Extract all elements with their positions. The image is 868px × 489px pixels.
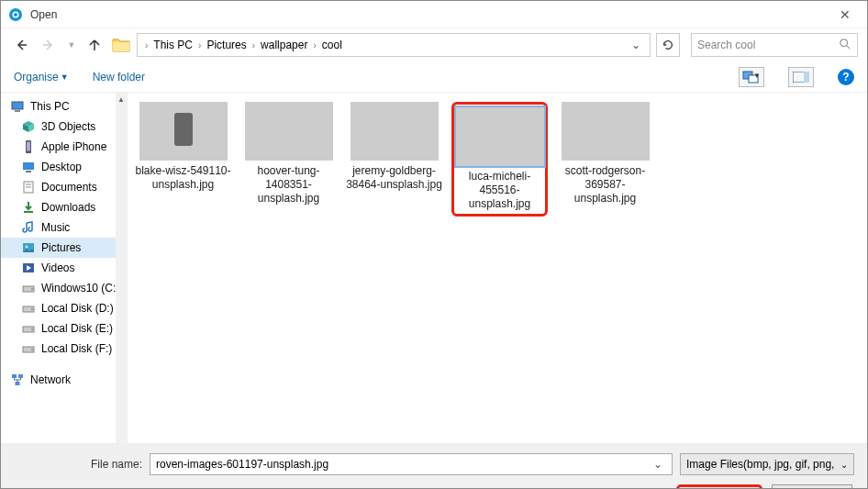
downloads-icon (21, 200, 36, 215)
filename-label: File name: (14, 458, 142, 471)
file-grid: blake-wisz-549110-unsplash.jpghoover-tun… (128, 93, 867, 443)
svg-point-2 (14, 13, 17, 17)
svg-rect-33 (12, 374, 17, 378)
chevron-down-icon[interactable]: ⌄ (628, 39, 644, 51)
svg-rect-34 (18, 374, 23, 378)
svg-rect-17 (26, 171, 31, 172)
svg-rect-16 (23, 162, 34, 170)
sidebar-item-label: 3D Objects (41, 120, 95, 133)
svg-point-6 (840, 39, 848, 46)
scroll-up-icon[interactable]: ▲ (116, 93, 127, 106)
drive-icon (21, 321, 36, 336)
crumb-this-pc[interactable]: This PC (150, 39, 196, 51)
forward-button[interactable] (38, 34, 60, 56)
search-input[interactable] (697, 39, 839, 51)
sidebar-item-label: Videos (41, 261, 74, 274)
file-name: blake-wisz-549110-unsplash.jpg (135, 164, 231, 192)
svg-rect-35 (16, 382, 20, 385)
recent-dropdown[interactable]: ▼ (65, 34, 78, 56)
crumb-cool[interactable]: cool (318, 39, 346, 51)
file-name: jeremy-goldberg-38464-unsplash.jpg (346, 164, 442, 192)
command-bar: Organise ▼ New folder ▼ ? (1, 61, 867, 93)
svg-point-26 (31, 288, 33, 290)
sidebar-item-videos[interactable]: Videos (1, 258, 127, 278)
close-button[interactable]: ✕ (830, 7, 860, 22)
help-button[interactable]: ? (838, 69, 854, 85)
file-type-filter[interactable]: Image Files(bmp, jpg, gif, png, ⌄ (680, 453, 854, 475)
sidebar-item-desktop[interactable]: Desktop (1, 157, 127, 177)
sidebar-network-label: Network (30, 373, 71, 386)
videos-icon (21, 261, 36, 275)
sidebar-item-local-disk-f-[interactable]: Local Disk (F:) (1, 339, 127, 359)
thumbnail-image (456, 107, 544, 166)
sidebar-item-3d-objects[interactable]: 3D Objects (1, 117, 127, 137)
organise-menu[interactable]: Organise ▼ (14, 71, 69, 83)
back-button[interactable] (10, 34, 32, 56)
sidebar-item-label: Local Disk (D:) (41, 302, 114, 315)
svg-rect-11 (804, 72, 809, 83)
nav-bar: ▼ › This PC › Pictures › wallpaper › coo… (1, 28, 867, 61)
file-thumb[interactable]: blake-wisz-549110-unsplash.jpg (135, 102, 231, 217)
bottom-panel: File name: ⌄ Image Files(bmp, jpg, gif, … (1, 443, 867, 489)
sidebar-item-music[interactable]: Music (1, 217, 127, 238)
drive-icon (21, 281, 36, 295)
file-thumb[interactable]: scott-rodgerson-369587-unsplash.jpg (557, 102, 653, 217)
sidebar-item-label: Music (41, 221, 70, 234)
up-button[interactable] (83, 34, 106, 56)
new-folder-button[interactable]: New folder (93, 71, 145, 83)
sidebar-network[interactable]: Network (1, 370, 127, 390)
sidebar-scrollbar[interactable]: ▲ (116, 93, 127, 443)
app-icon (8, 7, 23, 22)
sidebar-item-downloads[interactable]: Downloads (1, 197, 127, 217)
preview-pane-button[interactable] (788, 67, 814, 87)
sidebar-item-local-disk-d-[interactable]: Local Disk (D:) (1, 298, 127, 318)
svg-rect-12 (12, 102, 23, 109)
refresh-button[interactable] (656, 33, 680, 57)
chevron-down-icon: ⌄ (837, 460, 848, 470)
file-name: scott-rodgerson-369587-unsplash.jpg (557, 164, 653, 206)
crumb-wallpaper[interactable]: wallpaper (257, 39, 311, 51)
sidebar-item-documents[interactable]: Documents (1, 177, 127, 197)
sidebar-item-label: Desktop (41, 161, 82, 173)
sidebar-item-windows10-c-[interactable]: Windows10 (C:) (1, 278, 127, 298)
pictures-icon (21, 240, 36, 255)
file-thumb[interactable]: hoover-tung-1408351-unsplash.jpg (240, 102, 337, 217)
sidebar-item-label: Windows10 (C:) (41, 282, 119, 295)
cancel-button[interactable]: Cancel (772, 484, 852, 489)
sidebar-item-apple-iphone[interactable]: Apple iPhone (1, 137, 127, 157)
drive-icon (21, 301, 36, 316)
drive-icon (21, 341, 36, 356)
sidebar-item-label: Pictures (41, 241, 81, 254)
crumb-pictures[interactable]: Pictures (203, 39, 250, 51)
search-box[interactable] (691, 33, 858, 57)
sidebar-item-local-disk-e-[interactable]: Local Disk (E:) (1, 318, 127, 339)
file-thumb[interactable]: luca-micheli-455516-unsplash.jpg (451, 102, 548, 217)
filename-combo[interactable]: ⌄ (150, 453, 673, 475)
svg-rect-13 (15, 110, 20, 112)
sidebar-root-this-pc[interactable]: This PC (1, 96, 127, 117)
view-mode-button[interactable]: ▼ (739, 67, 764, 87)
svg-point-28 (31, 308, 33, 310)
chevron-down-icon: ▼ (61, 72, 69, 82)
chevron-right-icon: › (196, 40, 203, 50)
desktop-icon (21, 160, 36, 174)
thumbnail-image (562, 102, 650, 161)
sidebar-item-pictures[interactable]: Pictures (1, 238, 127, 258)
search-icon[interactable] (839, 38, 851, 53)
sidebar: This PC 3D ObjectsApple iPhoneDesktopDoc… (1, 93, 128, 443)
thumbnail-image (351, 102, 439, 161)
svg-rect-15 (27, 142, 30, 151)
breadcrumb[interactable]: › This PC › Pictures › wallpaper › cool … (137, 33, 651, 57)
folder-icon (111, 35, 131, 55)
network-icon (10, 372, 25, 387)
filename-input[interactable] (156, 458, 650, 471)
sidebar-root-label: This PC (30, 100, 70, 113)
file-thumb[interactable]: jeremy-goldberg-38464-unsplash.jpg (346, 102, 442, 217)
svg-point-23 (26, 246, 28, 249)
chevron-down-icon[interactable]: ⌄ (650, 458, 666, 471)
sidebar-item-label: Local Disk (E:) (41, 322, 113, 335)
sidebar-item-label: Downloads (41, 201, 95, 214)
file-name: hoover-tung-1408351-unsplash.jpg (240, 164, 337, 206)
chevron-right-icon: › (311, 40, 317, 50)
sidebar-item-label: Apple iPhone (41, 140, 106, 153)
